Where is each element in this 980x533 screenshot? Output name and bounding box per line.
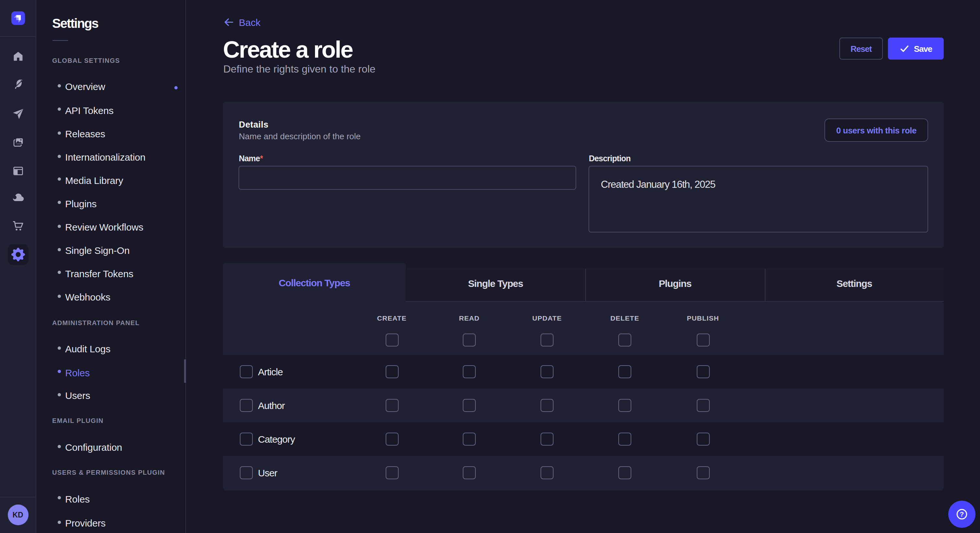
svg-text:?: ?: [959, 510, 964, 517]
